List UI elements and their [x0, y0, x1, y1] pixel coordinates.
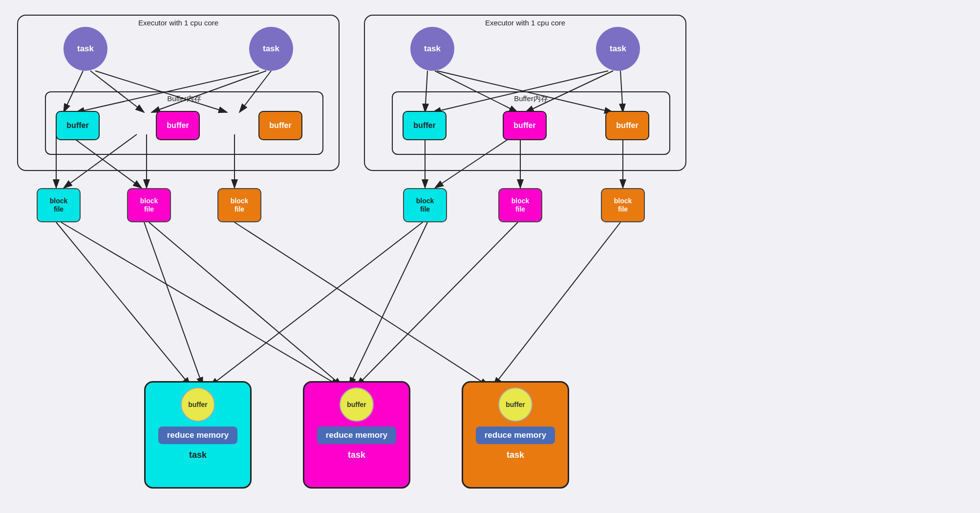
right-buffer-cyan: buffer: [403, 111, 447, 140]
svg-line-14: [144, 222, 203, 386]
reduce-box-cyan: buffer reduce memory task: [144, 381, 252, 489]
left-executor-label: Executor with 1 cpu core: [138, 19, 218, 27]
left-block-orange: blockfile: [217, 188, 261, 222]
diagram-container: Executor with 1 cpu core Buffer内存 buffer…: [0, 0, 980, 513]
svg-line-29: [357, 222, 518, 386]
reduce-circle-cyan: buffer: [181, 387, 215, 422]
left-buffer-mem-box: Buffer内存 buffer buffer buffer: [45, 91, 323, 155]
reduce-box-orange: buffer reduce memory task: [462, 381, 569, 489]
left-buffer-orange: buffer: [258, 111, 302, 140]
svg-line-12: [56, 222, 191, 386]
right-block-cyan: blockfile: [403, 188, 447, 222]
reduce-circle-orange: buffer: [498, 387, 533, 422]
right-executor-label: Executor with 1 cpu core: [485, 19, 565, 27]
right-buffer-orange: buffer: [605, 111, 649, 140]
reduce-memory-btn-cyan: reduce memory: [158, 427, 238, 444]
left-buffer-mem-label: Buffer内存: [167, 94, 201, 104]
reduce-box-magenta: buffer reduce memory task: [303, 381, 410, 489]
left-buffer-cyan: buffer: [56, 111, 100, 140]
left-executor-box: Executor with 1 cpu core Buffer内存 buffer…: [17, 15, 340, 171]
left-block-cyan: blockfile: [37, 188, 81, 222]
reduce-task-label-cyan: task: [189, 450, 207, 460]
left-buffer-magenta: buffer: [156, 111, 200, 140]
reduce-memory-btn-orange: reduce memory: [476, 427, 555, 444]
reduce-task-label-magenta: task: [348, 450, 365, 460]
right-block-magenta: blockfile: [498, 188, 542, 222]
left-task1: task: [64, 27, 107, 71]
svg-line-30: [493, 222, 620, 386]
right-buffer-mem-box: Buffer内存 buffer buffer buffer: [392, 91, 670, 155]
right-block-orange: blockfile: [601, 188, 645, 222]
svg-line-13: [61, 222, 340, 386]
svg-line-27: [210, 222, 423, 386]
right-buffer-mem-label: Buffer内存: [514, 94, 548, 104]
reduce-task-label-orange: task: [507, 450, 524, 460]
right-executor-box: Executor with 1 cpu core Buffer内存 buffer…: [364, 15, 686, 171]
left-block-magenta: blockfile: [127, 188, 171, 222]
reduce-circle-magenta: buffer: [340, 387, 374, 422]
right-task2: task: [596, 27, 640, 71]
svg-line-15: [149, 222, 342, 386]
right-task1: task: [410, 27, 454, 71]
right-buffer-magenta: buffer: [503, 111, 547, 140]
reduce-memory-btn-magenta: reduce memory: [317, 427, 397, 444]
left-task2: task: [249, 27, 293, 71]
